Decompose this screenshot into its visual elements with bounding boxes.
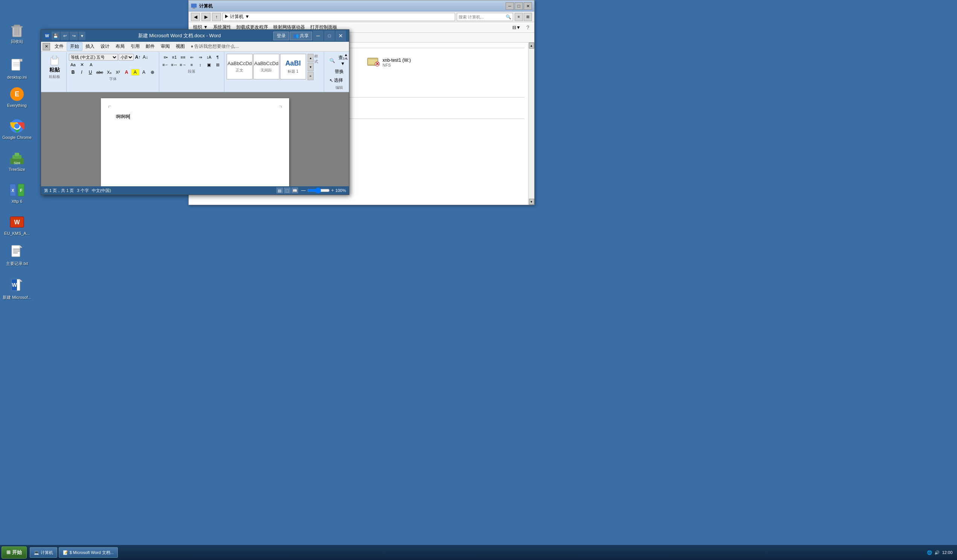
underline-btn[interactable]: U: [86, 69, 95, 76]
style-nospace[interactable]: AaBbCcDd 无间距: [253, 54, 280, 79]
italic-btn[interactable]: I: [77, 69, 86, 76]
select-btn[interactable]: ↖选择: [326, 76, 352, 84]
strikethrough-btn[interactable]: abe: [95, 69, 105, 76]
taskbar-item-word[interactable]: 📝 $ Microsoft Word 文档...: [59, 547, 118, 558]
drive-xnb-test1[interactable]: ✕ xnb-test1 (W:) NFS: [366, 56, 441, 69]
help-btn[interactable]: ?: [524, 23, 532, 32]
word-close-doc-btn[interactable]: ✕: [43, 43, 50, 50]
right-scrollbar[interactable]: ▲ ▼: [528, 43, 534, 205]
menu-file[interactable]: 文件: [52, 43, 66, 50]
desktop-icon-treesize[interactable]: Size TreeSize: [2, 151, 32, 172]
menu-design[interactable]: 设计: [98, 43, 112, 50]
font-increase-btn[interactable]: A↑: [134, 54, 141, 61]
justify-btn[interactable]: ≡: [188, 62, 196, 68]
menu-help[interactable]: ♦ 告诉我您想要做什么...: [188, 43, 242, 50]
align-left-btn[interactable]: ≡←: [161, 62, 170, 68]
bullet-list-btn[interactable]: ≡•: [161, 54, 170, 61]
computer-close-btn[interactable]: ✕: [524, 2, 532, 10]
bold-btn[interactable]: B: [69, 69, 77, 76]
web-view-btn[interactable]: ⬚: [284, 188, 291, 194]
view-mode-btn[interactable]: ⊟▼: [510, 24, 523, 31]
menu-view[interactable]: 视图: [173, 43, 188, 50]
line-spacing-btn[interactable]: ↕: [196, 62, 204, 68]
menu-review[interactable]: 审阅: [158, 43, 173, 50]
word-minimize-btn[interactable]: ─: [313, 30, 324, 41]
menu-mailing[interactable]: 邮件: [143, 43, 158, 50]
document-text-cursor[interactable]: 啊啊啊: [116, 113, 274, 121]
menu-insert[interactable]: 插入: [82, 43, 98, 50]
taskbar-item-computer[interactable]: 💻 计算机: [30, 547, 57, 558]
multi-list-btn[interactable]: ≡≡: [179, 54, 187, 61]
word-close-btn[interactable]: ✕: [335, 30, 346, 41]
font-case-btn[interactable]: Aa: [69, 62, 77, 68]
subscript-btn[interactable]: X₂: [105, 69, 113, 76]
border-btn[interactable]: ⊞: [213, 62, 222, 68]
desktop-icon-eukms[interactable]: W EU_KMS_A...: [2, 215, 32, 236]
word-login-btn[interactable]: 登录: [273, 32, 289, 40]
word-undo-btn[interactable]: ↩: [61, 32, 69, 40]
styles-up-btn[interactable]: ▲: [308, 54, 314, 62]
view-icon-btn[interactable]: ⊞: [524, 13, 532, 21]
replace-btn[interactable]: 替换: [326, 68, 352, 76]
print-view-btn[interactable]: ▤: [276, 188, 283, 194]
sort-btn[interactable]: ↕A: [205, 54, 213, 61]
word-save-btn[interactable]: 💾: [52, 32, 60, 40]
font-size-select[interactable]: 小四 五号: [118, 54, 134, 61]
word-redo-btn[interactable]: ↪: [69, 32, 78, 40]
styles-down-btn[interactable]: ▼: [308, 63, 314, 71]
computer-minimize-btn[interactable]: ─: [505, 2, 514, 10]
ribbon-collapse-btn[interactable]: ▲: [343, 52, 349, 58]
word-maximize-btn[interactable]: □: [324, 30, 335, 41]
forward-btn[interactable]: ▶: [201, 13, 210, 21]
word-document-area[interactable]: 啊啊啊: [41, 92, 349, 186]
paste-btn-area[interactable]: 粘贴: [49, 54, 61, 73]
style-heading1[interactable]: AaBl 标题 1: [280, 54, 306, 79]
styles-expand-btn[interactable]: ≡: [308, 72, 314, 80]
nav-path-box[interactable]: ▶ 计算机 ▼: [223, 13, 455, 21]
start-button[interactable]: ⊞ 开始: [2, 546, 27, 558]
shading-para-btn[interactable]: ▣: [205, 62, 213, 68]
num-list-btn[interactable]: ≡1: [170, 54, 178, 61]
menu-layout[interactable]: 布局: [112, 43, 128, 50]
back-btn[interactable]: ◀: [191, 13, 200, 21]
desktop-icon-ini[interactable]: desktop.ini: [2, 58, 32, 80]
font-name-select[interactable]: 等线 (中文正) 五号: [69, 54, 118, 61]
zoom-slider[interactable]: [307, 188, 330, 193]
font-color-btn[interactable]: A: [122, 69, 131, 76]
desktop-icon-xftp[interactable]: X F Xftp 6: [2, 183, 32, 204]
computer-maximize-btn[interactable]: □: [515, 2, 523, 10]
scroll-down-btn[interactable]: ▼: [529, 199, 534, 205]
search-box[interactable]: 🔍: [457, 13, 513, 21]
align-right-btn[interactable]: ≡→: [179, 62, 187, 68]
desktop-icon-word2[interactable]: W 新建 Microsof...: [2, 279, 32, 300]
read-view-btn[interactable]: 📖: [291, 188, 298, 194]
scroll-up-btn[interactable]: ▲: [529, 43, 534, 49]
view-list-btn[interactable]: ≡: [515, 13, 523, 21]
search-input[interactable]: [457, 15, 504, 19]
font-decrease-btn[interactable]: A↓: [142, 54, 149, 61]
zoom-out-btn[interactable]: —: [301, 188, 306, 193]
desktop-icon-recycle[interactable]: 回收站: [2, 22, 32, 44]
show-marks-btn[interactable]: ¶: [213, 54, 222, 61]
desktop-icon-txt[interactable]: 主要记录.txt: [2, 245, 32, 266]
superscript-btn[interactable]: X²: [114, 69, 122, 76]
indent-increase-btn[interactable]: ⇒: [196, 54, 204, 61]
indent-decrease-btn[interactable]: ⇐: [188, 54, 196, 61]
desktop-icon-everything[interactable]: E Everything: [2, 87, 32, 108]
styles-scroll[interactable]: ▲ ▼ ≡: [308, 54, 314, 80]
system-tray: 🌐 🔊 12:00: [924, 550, 955, 555]
menu-references[interactable]: 引用: [128, 43, 143, 50]
highlight-btn[interactable]: A: [131, 69, 139, 76]
align-center-btn[interactable]: ≡↔: [170, 62, 178, 68]
shading-btn[interactable]: A: [140, 69, 148, 76]
desktop-icon-chrome[interactable]: Google Chrome: [2, 118, 32, 140]
style-normal[interactable]: AaBbCcDd 正文: [227, 54, 253, 79]
zoom-in-btn[interactable]: +: [331, 188, 334, 193]
effects-btn[interactable]: ⊕: [148, 69, 156, 76]
word-share-btn[interactable]: 👥 共享: [290, 32, 312, 40]
menu-home[interactable]: 开始: [66, 42, 82, 51]
font-phonetic-btn[interactable]: A: [87, 62, 95, 68]
word-custom-btn[interactable]: ▼: [79, 32, 85, 40]
up-btn[interactable]: ↑: [212, 13, 221, 21]
font-clear-btn[interactable]: ✕: [78, 62, 86, 68]
